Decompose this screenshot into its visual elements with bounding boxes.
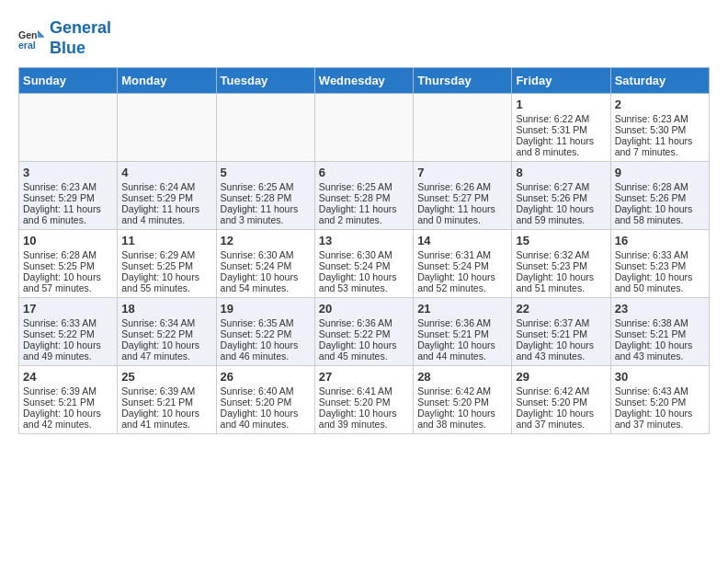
day-info-line: Sunset: 5:23 PM [615,260,705,271]
page-header: Gen eral GeneralBlue [18,18,710,58]
calendar-cell: 7Sunrise: 6:26 AMSunset: 5:27 PMDaylight… [414,162,512,230]
day-number: 12 [221,234,311,247]
day-info-line: Sunrise: 6:23 AM [615,113,705,124]
day-info-line: Sunrise: 6:41 AM [319,385,409,396]
calendar-cell: 11Sunrise: 6:29 AMSunset: 5:25 PMDayligh… [118,230,216,298]
day-info-line: Sunset: 5:29 PM [23,192,113,203]
day-info-line: Daylight: 11 hours and 0 minutes. [417,203,507,225]
calendar-cell: 4Sunrise: 6:24 AMSunset: 5:29 PMDaylight… [118,162,216,230]
calendar-cell: 8Sunrise: 6:27 AMSunset: 5:26 PMDaylight… [512,162,610,230]
calendar-cell [414,94,512,162]
calendar-cell [216,94,314,162]
day-number: 21 [417,302,507,316]
calendar-cell: 18Sunrise: 6:34 AMSunset: 5:22 PMDayligh… [118,298,216,366]
day-info-line: Sunset: 5:30 PM [615,124,705,135]
day-info-line: Sunset: 5:21 PM [23,396,113,408]
day-info-line: Sunrise: 6:25 AM [221,181,311,192]
day-info-line: Sunrise: 6:39 AM [23,385,113,396]
day-number: 30 [615,370,705,384]
day-info-line: Daylight: 10 hours and 51 minutes. [516,271,606,293]
day-info-line: Sunset: 5:27 PM [417,192,507,203]
day-info-line: Sunrise: 6:37 AM [516,317,606,328]
calendar-cell: 20Sunrise: 6:36 AMSunset: 5:22 PMDayligh… [314,298,413,366]
week-row-5: 24Sunrise: 6:39 AMSunset: 5:21 PMDayligh… [19,366,710,434]
calendar-cell: 15Sunrise: 6:32 AMSunset: 5:23 PMDayligh… [512,230,610,298]
day-info-line: Daylight: 11 hours and 3 minutes. [221,203,311,225]
day-info-line: Sunrise: 6:28 AM [615,181,705,192]
day-info-line: Sunrise: 6:39 AM [121,385,211,396]
day-number: 13 [319,234,409,247]
logo: Gen eral GeneralBlue [18,18,111,58]
calendar-cell [118,94,216,162]
calendar-cell: 19Sunrise: 6:35 AMSunset: 5:22 PMDayligh… [216,298,314,366]
day-info-line: Daylight: 10 hours and 38 minutes. [417,408,507,430]
day-number: 10 [23,234,113,247]
day-info-line: Sunrise: 6:42 AM [417,385,507,396]
calendar-cell: 13Sunrise: 6:30 AMSunset: 5:24 PMDayligh… [314,230,413,298]
calendar-cell: 10Sunrise: 6:28 AMSunset: 5:25 PMDayligh… [19,230,118,298]
calendar-cell: 23Sunrise: 6:38 AMSunset: 5:21 PMDayligh… [610,298,709,366]
calendar-table: SundayMondayTuesdayWednesdayThursdayFrid… [18,67,710,434]
day-number: 22 [516,302,606,316]
weekday-header-sunday: Sunday [19,68,118,94]
day-info-line: Sunset: 5:26 PM [615,192,705,203]
day-info-line: Sunset: 5:22 PM [23,328,113,339]
day-info-line: Sunset: 5:25 PM [121,260,211,271]
day-number: 14 [417,234,507,247]
day-info-line: Daylight: 10 hours and 52 minutes. [417,271,507,293]
day-number: 27 [319,370,409,384]
weekday-header-monday: Monday [118,68,216,94]
calendar-cell: 1Sunrise: 6:22 AMSunset: 5:31 PMDaylight… [512,94,610,162]
day-info-line: Daylight: 10 hours and 43 minutes. [615,339,705,362]
svg-text:eral: eral [18,39,36,50]
logo-text: GeneralBlue [50,18,111,58]
day-number: 11 [121,234,211,247]
calendar-cell: 6Sunrise: 6:25 AMSunset: 5:28 PMDaylight… [314,162,413,230]
day-info-line: Daylight: 10 hours and 41 minutes. [121,408,211,430]
day-number: 25 [121,370,211,384]
day-info-line: Daylight: 10 hours and 40 minutes. [221,408,311,430]
day-info-line: Daylight: 10 hours and 42 minutes. [23,408,113,430]
day-info-line: Daylight: 11 hours and 4 minutes. [121,203,211,225]
day-number: 16 [615,234,705,247]
day-info-line: Sunset: 5:21 PM [121,396,211,408]
calendar-cell: 2Sunrise: 6:23 AMSunset: 5:30 PMDaylight… [610,94,709,162]
day-number: 28 [417,370,507,384]
day-number: 3 [23,166,113,179]
day-info-line: Sunset: 5:31 PM [516,124,606,135]
day-number: 17 [23,302,113,316]
week-row-1: 1Sunrise: 6:22 AMSunset: 5:31 PMDaylight… [19,94,710,162]
day-info-line: Sunrise: 6:31 AM [417,249,507,260]
day-info-line: Sunset: 5:24 PM [319,260,409,271]
weekday-header-saturday: Saturday [610,68,709,94]
day-info-line: Sunrise: 6:26 AM [417,181,507,192]
day-info-line: Daylight: 10 hours and 58 minutes. [615,203,705,225]
day-info-line: Sunset: 5:28 PM [221,192,311,203]
day-info-line: Sunrise: 6:40 AM [221,385,311,396]
calendar-cell: 3Sunrise: 6:23 AMSunset: 5:29 PMDaylight… [19,162,118,230]
logo-icon: Gen eral [18,25,46,52]
day-info-line: Sunrise: 6:25 AM [319,181,409,192]
day-info-line: Sunset: 5:20 PM [221,396,311,408]
weekday-header-thursday: Thursday [414,68,512,94]
day-number: 23 [615,302,705,316]
day-info-line: Sunrise: 6:22 AM [516,113,606,124]
calendar-cell: 24Sunrise: 6:39 AMSunset: 5:21 PMDayligh… [19,366,118,434]
calendar-cell: 17Sunrise: 6:33 AMSunset: 5:22 PMDayligh… [19,298,118,366]
day-info-line: Sunset: 5:29 PM [121,192,211,203]
day-info-line: Sunset: 5:21 PM [417,328,507,339]
day-info-line: Daylight: 10 hours and 50 minutes. [615,271,705,293]
day-info-line: Sunset: 5:22 PM [121,328,211,339]
day-info-line: Sunset: 5:20 PM [319,396,409,408]
day-number: 6 [319,166,409,179]
day-info-line: Daylight: 10 hours and 39 minutes. [319,408,409,430]
day-info-line: Sunset: 5:26 PM [516,192,606,203]
day-info-line: Sunrise: 6:35 AM [221,317,311,328]
calendar-cell: 5Sunrise: 6:25 AMSunset: 5:28 PMDaylight… [216,162,314,230]
day-info-line: Daylight: 11 hours and 2 minutes. [319,203,409,225]
day-number: 15 [516,234,606,247]
day-number: 5 [221,166,311,179]
day-info-line: Daylight: 10 hours and 57 minutes. [23,271,113,293]
day-info-line: Daylight: 10 hours and 43 minutes. [516,339,606,362]
day-info-line: Sunrise: 6:33 AM [615,249,705,260]
